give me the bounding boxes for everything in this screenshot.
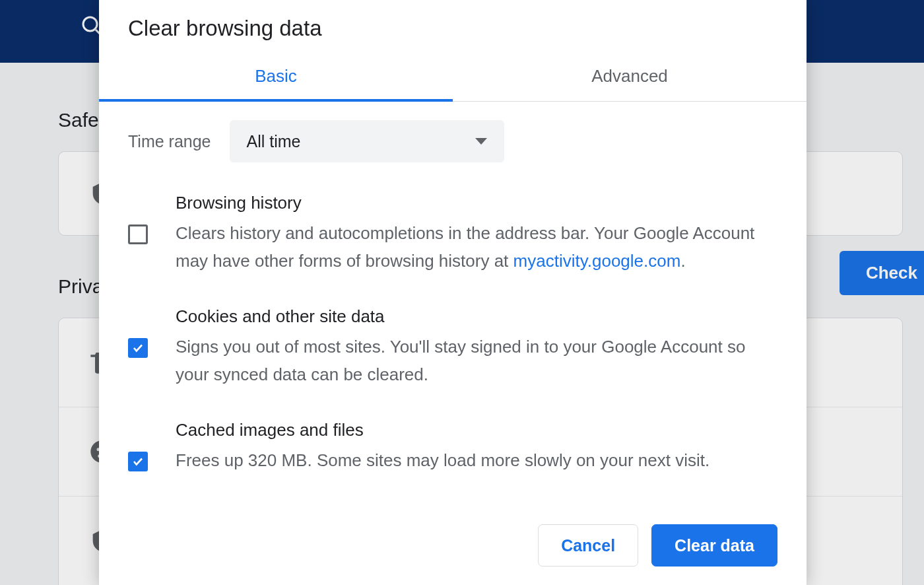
time-range-value: All time xyxy=(247,132,301,151)
clear-data-button[interactable]: Clear data xyxy=(651,524,777,567)
checkmark-icon xyxy=(132,456,144,467)
dialog-body: Time range All time Browsing history Cle… xyxy=(99,102,807,510)
item-cookies: Cookies and other site data Signs you ou… xyxy=(128,306,777,388)
time-range-label: Time range xyxy=(128,132,211,151)
tab-advanced[interactable]: Advanced xyxy=(453,53,807,101)
item-desc: Signs you out of most sites. You'll stay… xyxy=(176,333,777,388)
item-title: Cached images and files xyxy=(176,420,777,440)
clear-browsing-data-dialog: Clear browsing data Basic Advanced Time … xyxy=(99,0,807,585)
myactivity-link[interactable]: myactivity.google.com xyxy=(513,251,681,271)
item-title: Cookies and other site data xyxy=(176,306,777,327)
item-title: Browsing history xyxy=(176,193,777,213)
dialog-footer: Cancel Clear data xyxy=(99,510,807,585)
item-desc: Frees up 320 MB. Some sites may load mor… xyxy=(176,447,777,475)
item-desc: Clears history and autocompletions in th… xyxy=(176,220,777,275)
tab-basic[interactable]: Basic xyxy=(99,53,453,101)
dialog-tabs: Basic Advanced xyxy=(99,53,807,102)
item-browsing-history: Browsing history Clears history and auto… xyxy=(128,193,777,275)
checkbox-browsing-history[interactable] xyxy=(128,224,148,244)
dialog-title: Clear browsing data xyxy=(99,0,807,53)
checkbox-cache[interactable] xyxy=(128,452,148,471)
cancel-button[interactable]: Cancel xyxy=(538,524,638,567)
checkmark-icon xyxy=(132,342,144,354)
item-cache: Cached images and files Frees up 320 MB.… xyxy=(128,420,777,475)
checkbox-cookies[interactable] xyxy=(128,338,148,358)
chevron-down-icon xyxy=(475,138,487,145)
time-range-select[interactable]: All time xyxy=(230,120,504,162)
